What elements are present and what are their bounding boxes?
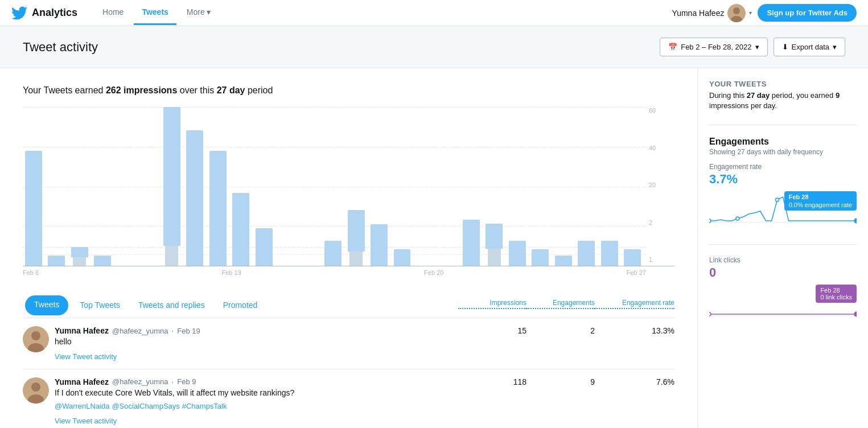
tweet-content: Yumna Hafeez @hafeez_yumna · Feb 9 If I … bbox=[55, 377, 458, 425]
chart-bar-top bbox=[509, 241, 526, 266]
tweet-author-name: Yumna Hafeez bbox=[55, 326, 109, 335]
export-label: Export data bbox=[792, 43, 830, 51]
calendar-icon: 📅 bbox=[668, 43, 677, 51]
chart-bar-group bbox=[599, 107, 620, 266]
tab-promoted[interactable]: Promoted bbox=[214, 295, 267, 317]
nav-home[interactable]: Home bbox=[94, 1, 131, 25]
signup-twitter-ads-button[interactable]: Sign up for Twitter Ads bbox=[758, 4, 857, 22]
tab-tweets[interactable]: Tweets bbox=[25, 295, 68, 315]
tweet-author-name: Yumna Hafeez bbox=[55, 377, 109, 386]
nav-more[interactable]: More ▾ bbox=[179, 1, 219, 25]
chart-bar-top bbox=[186, 130, 203, 266]
your-tweets-title: YOUR TWEETS bbox=[709, 80, 857, 88]
view-tweet-activity-link[interactable]: View Tweet activity bbox=[55, 417, 117, 425]
chart-bar-group bbox=[23, 107, 44, 266]
chart-bar-group bbox=[299, 107, 320, 266]
chart-bar-group bbox=[530, 107, 551, 266]
page-header: Tweet activity 📅 Feb 2 – Feb 28, 2022 ▾ … bbox=[0, 26, 868, 68]
right-divider-2 bbox=[709, 244, 857, 245]
chart-bar-top bbox=[463, 220, 480, 266]
export-data-button[interactable]: ⬇ Export data ▾ bbox=[774, 38, 846, 56]
y-axis-labels: 60 40 20 2 1 bbox=[646, 107, 674, 266]
svg-point-12 bbox=[776, 198, 779, 201]
chart-bar-top bbox=[324, 241, 342, 266]
x-axis-labels: Feb 6 Feb 13 Feb 20 Feb 27 bbox=[23, 266, 674, 276]
chart-bar-top bbox=[601, 241, 618, 266]
mention-link-2[interactable]: @SocialChampSays bbox=[112, 402, 179, 410]
tab-tweets-replies[interactable]: Tweets and replies bbox=[129, 295, 214, 317]
view-tweet-activity-link[interactable]: View Tweet activity bbox=[55, 352, 117, 361]
chevron-down-icon: ▾ bbox=[207, 7, 211, 17]
chevron-down-icon: ▾ bbox=[755, 43, 759, 51]
chart-bar-group bbox=[276, 107, 297, 266]
chart-bar-group bbox=[138, 107, 159, 266]
tab-top-tweets[interactable]: Top Tweets bbox=[71, 295, 129, 317]
col-header-impressions[interactable]: Impressions bbox=[458, 299, 526, 309]
tweet-avatar bbox=[23, 326, 49, 352]
twitter-logo-icon bbox=[11, 5, 27, 21]
svg-point-1 bbox=[733, 7, 740, 14]
chart-bar-group bbox=[368, 107, 389, 266]
navbar-logo: Analytics bbox=[11, 5, 77, 21]
hashtag-link[interactable]: #ChampsTalk bbox=[182, 402, 227, 410]
chart-bar-group bbox=[230, 107, 251, 266]
tweet-metrics: 15 2 13.3% bbox=[458, 326, 674, 335]
svg-point-10 bbox=[709, 219, 711, 223]
period-days: 27 day bbox=[747, 91, 770, 100]
tweet-impressions: 15 bbox=[458, 326, 526, 335]
user-menu[interactable]: Yumna Hafeez ▾ bbox=[672, 4, 752, 22]
impressions-per-day-count: 9 bbox=[836, 91, 840, 100]
chart-bar-bottom bbox=[165, 246, 178, 266]
mention-link-1[interactable]: @WarrenLNaida bbox=[55, 402, 110, 410]
chart-bar-group bbox=[438, 107, 459, 266]
tweet-engagements: 2 bbox=[526, 326, 595, 335]
chart-bar-top bbox=[256, 228, 273, 266]
page-title: Tweet activity bbox=[23, 40, 98, 55]
col-header-engagements[interactable]: Engagements bbox=[526, 299, 595, 309]
chart-bar-group bbox=[484, 107, 505, 266]
navbar: Analytics Home Tweets More ▾ Yumna Hafee… bbox=[0, 0, 868, 26]
chart-bar-top bbox=[209, 151, 227, 266]
tweet-row: Yumna Hafeez @hafeez_yumna · Feb 9 If I … bbox=[23, 369, 674, 428]
chart-bar-group bbox=[345, 107, 367, 266]
chart-bar-group bbox=[46, 107, 67, 266]
chart-bar-group bbox=[460, 107, 482, 266]
chart-container: 60 40 20 2 1 bbox=[23, 107, 674, 266]
link-clicks-chart: Feb 28 0 link clicks bbox=[709, 285, 857, 326]
col-header-engagement-rate[interactable]: Engagement rate bbox=[595, 299, 674, 309]
chart-area: 60 40 20 2 1 Feb 6 Feb 13 Feb 20 Feb 27 bbox=[23, 107, 674, 276]
nav-tweets[interactable]: Tweets bbox=[134, 1, 176, 25]
chart-bar-group bbox=[322, 107, 343, 266]
header-actions: 📅 Feb 2 – Feb 28, 2022 ▾ ⬇ Export data ▾ bbox=[660, 38, 845, 56]
right-divider bbox=[709, 125, 857, 125]
chart-bar-group bbox=[92, 107, 113, 266]
chart-bar-top bbox=[578, 241, 595, 266]
svg-point-15 bbox=[709, 312, 711, 316]
tweet-text: hello bbox=[55, 336, 458, 348]
tweet-engagements: 9 bbox=[526, 377, 595, 386]
engagement-rate-chart: Feb 28 0.0% engagement rate bbox=[709, 191, 857, 233]
tweet-author-line: Yumna Hafeez @hafeez_yumna · Feb 19 bbox=[55, 326, 458, 335]
chart-bar-top bbox=[486, 224, 503, 249]
left-panel: Your Tweets earned 262 impressions over … bbox=[0, 68, 697, 428]
chart-bar-group bbox=[184, 107, 205, 266]
chart-bar-top bbox=[624, 249, 641, 266]
chart-bar-group bbox=[507, 107, 528, 266]
chart-bar-group bbox=[69, 107, 90, 266]
tweet-date: Feb 9 bbox=[177, 377, 196, 386]
date-range-picker-button[interactable]: 📅 Feb 2 – Feb 28, 2022 ▾ bbox=[660, 38, 767, 56]
main-nav: Home Tweets More ▾ bbox=[94, 1, 219, 25]
chart-bar-group bbox=[553, 107, 574, 266]
chart-bar-top bbox=[25, 151, 42, 266]
engagements-title: Engagements bbox=[709, 137, 857, 147]
chart-bar-top bbox=[394, 249, 411, 266]
tweet-tabs: Tweets Top Tweets Tweets and replies Pro… bbox=[23, 293, 674, 318]
tweet-text-mentions: @WarrenLNaida @SocialChampSays #ChampsTa… bbox=[55, 401, 458, 412]
chart-bar-top bbox=[348, 210, 365, 252]
chevron-down-icon: ▾ bbox=[749, 10, 752, 16]
engagements-section: Engagements Showing 27 days with daily f… bbox=[709, 137, 857, 156]
chart-bar-group bbox=[207, 107, 228, 266]
chart-bar-group bbox=[392, 107, 413, 266]
navbar-right: Yumna Hafeez ▾ Sign up for Twitter Ads bbox=[672, 4, 857, 22]
date-range-label: Feb 2 – Feb 28, 2022 bbox=[681, 43, 751, 51]
